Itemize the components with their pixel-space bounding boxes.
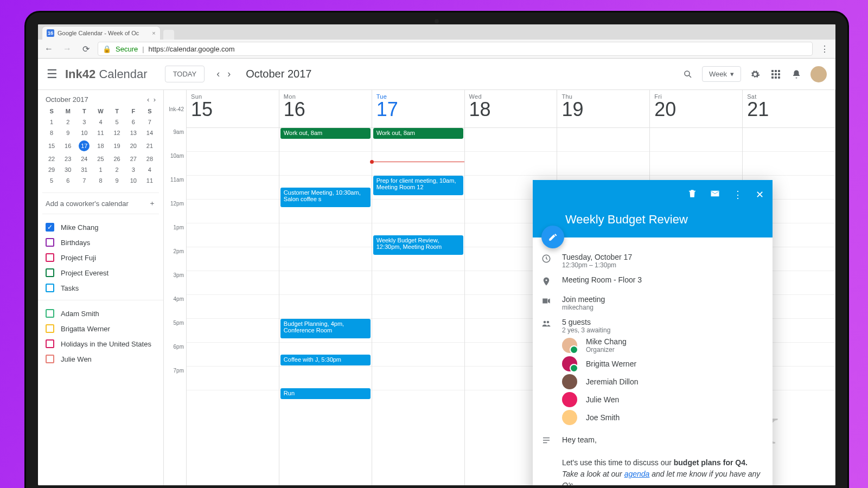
address-bar[interactable]: 🔒 Secure | https://calendar.google.com — [98, 42, 813, 56]
delete-icon[interactable] — [687, 189, 697, 201]
people-icon — [541, 318, 552, 331]
forward-icon[interactable]: → — [61, 42, 74, 55]
event-title: Weekly Budget Review — [541, 213, 764, 227]
checkbox-icon[interactable] — [46, 284, 54, 292]
mini-prev-icon[interactable]: ‹ — [147, 95, 149, 104]
guest-avatar — [562, 374, 577, 389]
video-icon — [541, 295, 552, 308]
guest-row[interactable]: Brigitta Werner — [562, 356, 764, 371]
agenda-link[interactable]: agenda — [624, 470, 650, 478]
calendar-event[interactable]: Work out, 8am — [280, 128, 371, 139]
guest-name: Mike Chang — [586, 337, 627, 346]
day-number: 19 — [561, 100, 645, 119]
checkbox-icon[interactable] — [46, 339, 54, 348]
checkbox-icon[interactable] — [46, 324, 54, 333]
calendar-event[interactable]: Run — [280, 388, 371, 399]
hour-label: 6pm — [164, 343, 184, 367]
back-icon[interactable]: ← — [42, 42, 55, 55]
calendar-event[interactable]: Weekly Budget Review, 12:30pm, Meeting R… — [373, 235, 463, 255]
mini-next-icon[interactable]: › — [154, 95, 156, 104]
checkbox-icon[interactable] — [46, 309, 54, 318]
settings-icon[interactable] — [749, 68, 762, 81]
calendar-item[interactable]: Project Everest — [38, 265, 163, 280]
guest-row[interactable]: Julie Wen — [562, 392, 764, 407]
day-number: 21 — [747, 100, 831, 119]
next-period-icon[interactable]: › — [225, 66, 233, 82]
calendar-item[interactable]: ✓Mike Chang — [38, 220, 163, 235]
calendar-item[interactable]: Brigatta Werner — [38, 321, 163, 336]
guest-avatar — [562, 338, 577, 353]
prev-period-icon[interactable]: ‹ — [214, 66, 222, 82]
more-icon[interactable]: ⋮ — [733, 189, 743, 201]
svg-point-4 — [547, 321, 550, 324]
guest-avatar — [562, 392, 577, 407]
day-column[interactable]: Sun15 — [187, 90, 279, 485]
notifications-icon[interactable] — [790, 68, 803, 81]
email-icon[interactable] — [710, 189, 720, 201]
plus-icon[interactable]: ＋ — [149, 198, 156, 208]
mini-calendar[interactable]: SMTWTFS123456789101112131415161718192021… — [38, 106, 163, 186]
guests-count: 5 guests — [562, 318, 764, 326]
calendar-item[interactable]: Adam Smith — [38, 306, 163, 321]
guest-avatar — [562, 410, 577, 425]
app-title: Ink42 Calendar — [65, 67, 148, 81]
account-avatar[interactable] — [810, 66, 827, 82]
guest-role: Organizer — [586, 346, 627, 354]
hour-label: 9am — [164, 128, 184, 152]
close-tab-icon[interactable]: × — [152, 30, 155, 36]
hour-label: 7pm — [164, 367, 184, 390]
calendar-label: Adam Smith — [61, 310, 99, 318]
event-popup: ⋮ ✕ Weekly Budget Review Tuesday, Octobe… — [533, 180, 773, 485]
checkbox-icon[interactable] — [46, 268, 54, 277]
browser-chrome: 16 Google Calendar - Week of Oc × ← → ⟳ … — [38, 24, 835, 59]
calendar-event[interactable]: Coffee with J, 5:30pm — [280, 355, 371, 365]
new-tab-button[interactable] — [163, 30, 174, 40]
edit-event-button[interactable] — [541, 226, 564, 248]
current-period: October 2017 — [246, 68, 311, 80]
guest-name: Brigitta Werner — [586, 359, 636, 368]
guest-row[interactable]: Joe Smith — [562, 410, 764, 425]
reload-icon[interactable]: ⟳ — [79, 42, 92, 55]
checkbox-icon[interactable] — [46, 355, 54, 363]
search-icon[interactable] — [681, 68, 694, 81]
checkbox-icon[interactable] — [46, 253, 54, 262]
menu-icon[interactable]: ☰ — [47, 67, 58, 81]
apps-icon[interactable] — [769, 68, 782, 81]
checkbox-icon[interactable] — [46, 238, 54, 247]
description-icon — [541, 434, 552, 447]
guest-row[interactable]: Mike ChangOrganizer — [562, 337, 764, 354]
today-button[interactable]: TODAY — [165, 66, 205, 82]
calendar-item[interactable]: Julie Wen — [38, 351, 163, 367]
calendar-event[interactable]: Customer Meeting, 10:30am, Salon coffee … — [280, 188, 371, 207]
hour-label: 5pm — [164, 319, 184, 343]
join-meeting-link[interactable]: Join meeting — [562, 295, 764, 304]
view-selector[interactable]: Week▾ — [702, 66, 741, 82]
day-column[interactable]: Tue17Work out, 8amPrep for client meetin… — [372, 90, 465, 485]
timezone-label: Ink-42 — [164, 90, 184, 128]
calendar-event[interactable]: Budget Planning, 4pm, Conference Room — [280, 319, 371, 338]
location-icon — [541, 275, 552, 288]
hour-label: 11am — [164, 176, 184, 200]
join-meeting-id: mikechang — [562, 304, 764, 311]
calendar-event[interactable]: Work out, 8am — [373, 128, 463, 139]
browser-tab[interactable]: 16 Google Calendar - Week of Oc × — [42, 27, 160, 40]
guest-row[interactable]: Jeremiah Dillon — [562, 374, 764, 389]
calendar-event[interactable]: Prep for client meeting, 10am, Meeting R… — [373, 176, 463, 195]
hour-label: 4pm — [164, 295, 184, 319]
close-icon[interactable]: ✕ — [756, 189, 764, 201]
calendar-label: Project Everest — [61, 269, 108, 277]
checkbox-icon[interactable]: ✓ — [46, 223, 54, 232]
day-column[interactable]: Mon16Work out, 8amCustomer Meeting, 10:3… — [279, 90, 372, 485]
browser-menu-icon[interactable]: ⋮ — [818, 42, 831, 55]
calendar-item[interactable]: Project Fuji — [38, 250, 163, 265]
calendar-item[interactable]: Holidays in the United States — [38, 336, 163, 351]
guest-name: Julie Wen — [586, 395, 619, 404]
hour-label: 10am — [164, 152, 184, 176]
guest-name: Jeremiah Dillon — [586, 377, 638, 386]
calendar-item[interactable]: Tasks — [38, 280, 163, 296]
calendar-favicon-icon: 16 — [47, 29, 54, 37]
event-date: Tuesday, October 17 — [562, 253, 764, 261]
calendar-label: Birthdays — [61, 239, 90, 247]
calendar-item[interactable]: Birthdays — [38, 235, 163, 250]
add-coworker-row[interactable]: Add a coworker's calendar ＋ — [42, 192, 159, 214]
